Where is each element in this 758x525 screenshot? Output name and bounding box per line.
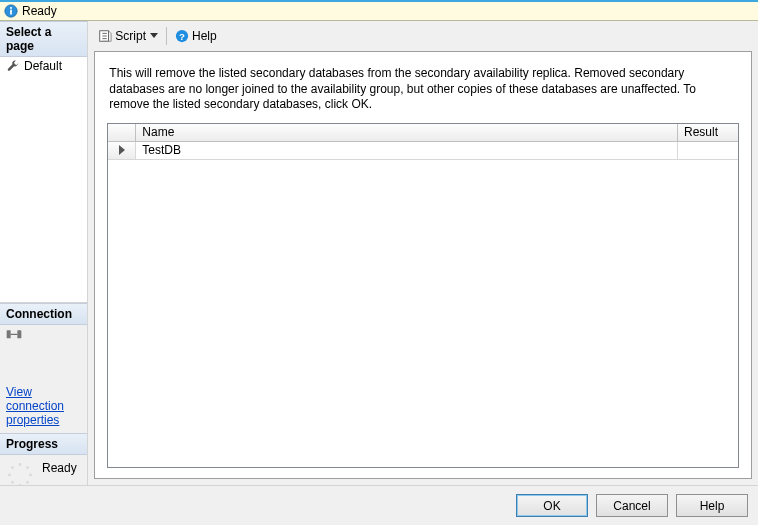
script-icon xyxy=(98,29,112,43)
info-icon xyxy=(4,4,18,18)
help-button-toolbar[interactable]: ? Help xyxy=(171,27,221,45)
row-selector[interactable] xyxy=(108,142,136,159)
svg-point-5 xyxy=(19,463,22,466)
connection-header: Connection xyxy=(0,303,87,325)
select-page-header: Select a page xyxy=(0,21,87,57)
toolbar-separator xyxy=(166,27,167,45)
left-panel: Select a page Default Connection View co… xyxy=(0,21,88,485)
svg-point-12 xyxy=(11,466,14,469)
page-list: Default xyxy=(0,57,87,303)
page-item-label: Default xyxy=(24,59,62,73)
cell-result xyxy=(678,142,738,159)
chevron-down-icon xyxy=(150,33,158,39)
svg-point-7 xyxy=(29,474,32,477)
script-label: Script xyxy=(115,29,146,43)
table-row[interactable]: TestDB xyxy=(108,142,738,160)
help-button[interactable]: Help xyxy=(676,494,748,517)
button-bar: OK Cancel Help xyxy=(0,485,758,525)
svg-point-6 xyxy=(26,466,29,469)
content-box: This will remove the listed secondary da… xyxy=(94,51,752,479)
grid-header: Name Result xyxy=(108,124,738,142)
svg-rect-1 xyxy=(10,10,12,15)
svg-point-10 xyxy=(11,481,14,484)
status-bar: Ready xyxy=(0,2,758,21)
column-name[interactable]: Name xyxy=(136,124,678,141)
help-icon: ? xyxy=(175,29,189,43)
svg-point-11 xyxy=(8,474,11,477)
cancel-button[interactable]: Cancel xyxy=(596,494,668,517)
status-text: Ready xyxy=(22,4,57,18)
svg-rect-2 xyxy=(10,7,12,9)
page-item-default[interactable]: Default xyxy=(0,57,87,77)
toolbar: Script ? Help xyxy=(94,25,752,51)
column-result[interactable]: Result xyxy=(678,124,738,141)
view-connection-properties-link[interactable]: View connection properties xyxy=(6,385,87,427)
script-dropdown[interactable]: Script xyxy=(94,27,162,45)
help-label: Help xyxy=(192,29,217,43)
row-indicator-icon xyxy=(118,145,126,155)
svg-point-8 xyxy=(26,481,29,484)
svg-rect-4 xyxy=(17,331,21,339)
dialog-window: Ready Select a page Default Connection xyxy=(0,0,758,525)
server-connection-icon xyxy=(6,329,22,341)
description-text: This will remove the listed secondary da… xyxy=(107,66,739,113)
svg-text:?: ? xyxy=(179,31,185,42)
svg-rect-3 xyxy=(7,331,11,339)
progress-text: Ready xyxy=(42,461,77,475)
connection-area: View connection properties xyxy=(0,325,87,433)
wrench-icon xyxy=(6,59,20,73)
right-panel: Script ? Help This will remove the liste… xyxy=(88,21,758,485)
progress-header: Progress xyxy=(0,433,87,455)
ok-button[interactable]: OK xyxy=(516,494,588,517)
cell-name: TestDB xyxy=(136,142,678,159)
column-selector[interactable] xyxy=(108,124,136,141)
databases-grid: Name Result TestDB xyxy=(107,123,739,468)
